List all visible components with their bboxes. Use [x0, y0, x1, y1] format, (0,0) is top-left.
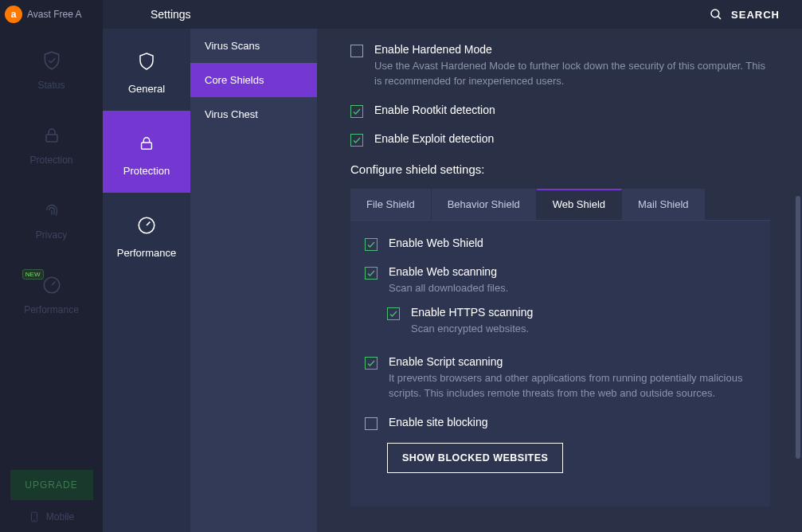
svg-line-9	[718, 16, 721, 19]
fingerprint-icon	[41, 199, 63, 221]
checkbox-script-scanning[interactable]	[365, 357, 378, 370]
configure-label: Configure shield settings:	[350, 162, 770, 176]
svg-point-8	[711, 10, 719, 18]
option-label: Enable Rootkit detection	[374, 104, 495, 116]
shield-tabs: File Shield Behavior Shield Web Shield M…	[350, 189, 770, 221]
search-button[interactable]: SEARCH	[709, 7, 780, 22]
category-protection[interactable]: Protection	[103, 111, 190, 193]
lock-icon	[41, 124, 63, 147]
option-label: Enable Exploit detection	[374, 132, 494, 145]
option-label: Enable site blocking	[389, 416, 488, 428]
settings-subnav: Virus Scans Core Shields Virus Chest	[190, 0, 317, 532]
shield-icon	[135, 49, 158, 73]
category-label: Performance	[117, 247, 176, 259]
settings-content: Settings SEARCH Enable Hardened Mode Use…	[317, 0, 802, 532]
brand-name: Avast Free A	[27, 9, 81, 20]
svg-rect-0	[46, 135, 57, 142]
mainnav-label: Privacy	[36, 229, 67, 241]
content-scrollbar[interactable]	[796, 45, 800, 521]
checkbox-rootkit[interactable]	[350, 105, 363, 118]
mainnav-label: Status	[37, 80, 65, 91]
option-label: Enable Web scanning	[389, 265, 508, 278]
category-performance[interactable]: Performance	[103, 193, 190, 275]
upgrade-button[interactable]: UPGRADE	[10, 470, 93, 500]
mainnav-mobile[interactable]: Mobile	[29, 510, 74, 524]
checkbox-hardened-mode[interactable]	[350, 45, 363, 57]
search-icon	[709, 7, 723, 22]
web-shield-panel: Enable Web Shield Enable Web scanning Sc…	[350, 221, 770, 507]
checkbox-site-blocking[interactable]	[365, 417, 378, 430]
show-blocked-websites-button[interactable]: SHOW BLOCKED WEBSITES	[387, 443, 563, 473]
option-label: Enable HTTPS scanning	[411, 306, 533, 319]
settings-category-column: General Protection Performance	[103, 0, 190, 532]
mainnav-protection[interactable]: Protection	[0, 104, 103, 178]
subnav-virus-chest[interactable]: Virus Chest	[190, 97, 317, 131]
mainnav-status[interactable]: Status	[0, 29, 103, 104]
checkbox-exploit[interactable]	[350, 134, 363, 147]
option-desc: Use the Avast Hardened Mode to further l…	[374, 59, 770, 89]
tab-mail-shield[interactable]: Mail Shield	[622, 189, 706, 220]
mainnav-performance[interactable]: Performance	[0, 253, 103, 328]
settings-titlebar: Settings SEARCH	[103, 0, 802, 29]
subnav-virus-scans[interactable]: Virus Scans	[190, 29, 317, 63]
brand-header: a Avast Free A	[0, 0, 103, 29]
mainnav-label: Performance	[24, 304, 79, 315]
svg-rect-6	[142, 143, 152, 149]
option-label: Enable Hardened Mode	[374, 43, 770, 56]
main-navigation: a Avast Free A Status Protection Privacy	[0, 0, 103, 532]
tab-behavior-shield[interactable]: Behavior Shield	[432, 189, 537, 220]
mobile-icon	[29, 510, 40, 524]
mainnav-label: Protection	[29, 155, 72, 166]
scrollbar-thumb[interactable]	[796, 196, 800, 459]
gauge-icon	[41, 274, 63, 296]
option-desc: Scan all downloaded files.	[389, 281, 508, 296]
subnav-core-shields[interactable]: Core Shields	[190, 63, 317, 97]
gauge-icon	[135, 213, 158, 237]
option-desc: It prevents browsers and other applicati…	[389, 371, 756, 401]
tab-web-shield[interactable]: Web Shield	[537, 189, 622, 220]
search-label: SEARCH	[731, 9, 780, 21]
checkbox-web-scanning[interactable]	[365, 267, 378, 280]
mainnav-privacy[interactable]: Privacy	[0, 178, 103, 253]
category-label: General	[128, 83, 165, 95]
page-title: Settings	[151, 8, 191, 21]
checkbox-enable-web-shield[interactable]	[365, 238, 378, 251]
option-label: Enable Script scanning	[389, 355, 756, 368]
category-general[interactable]: General	[103, 29, 190, 111]
tab-file-shield[interactable]: File Shield	[350, 189, 432, 220]
checkbox-https-scanning[interactable]	[387, 307, 400, 320]
mobile-label: Mobile	[46, 511, 74, 522]
option-desc: Scan encrypted websites.	[411, 322, 533, 337]
option-label: Enable Web Shield	[389, 237, 483, 249]
shield-check-icon	[41, 49, 63, 72]
lock-icon	[135, 131, 158, 155]
category-label: Protection	[123, 165, 170, 177]
avast-logo-icon: a	[5, 6, 22, 23]
